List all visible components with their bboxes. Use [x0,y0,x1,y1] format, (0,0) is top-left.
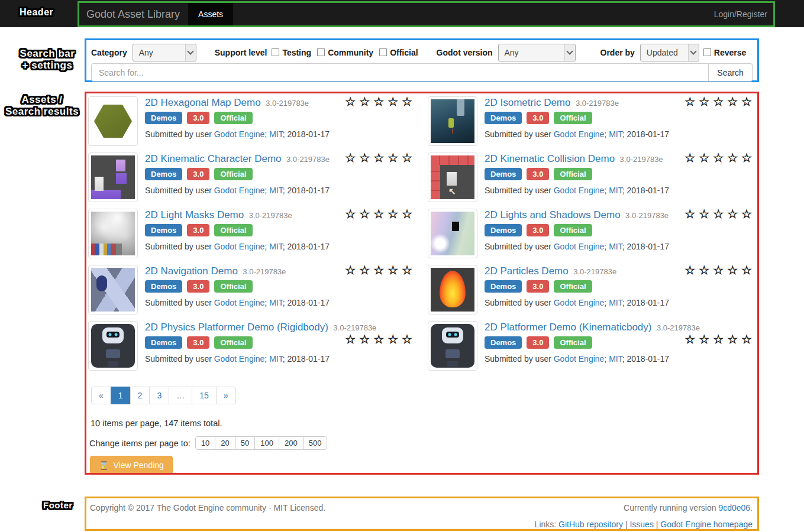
asset-thumbnail[interactable] [428,96,477,146]
asset-thumbnail-art [431,155,474,199]
asset-badges: Demos 3.0 Official [145,112,419,124]
pagination-page-2[interactable]: 2 [130,387,150,404]
annotation-footer-label: Footer [43,500,73,510]
testing-checkbox[interactable] [272,48,279,56]
author-link[interactable]: Godot Engine [214,298,265,307]
asset-thumbnail[interactable] [428,265,477,314]
submitted-line: Submitted by user Godot Engine; MIT; 201… [145,129,419,139]
asset-title-link[interactable]: 2D Lights and Shadows Demo [485,209,621,220]
page-size-10[interactable]: 10 [195,436,215,450]
order-by-select[interactable]: Updated [640,44,699,61]
license-link[interactable]: MIT [269,354,283,364]
submitted-prefix: Submitted by user [485,354,551,364]
github-repository-link[interactable]: GitHub repository [558,520,623,529]
license-link[interactable]: MIT [609,129,622,139]
asset-thumbnail[interactable] [88,321,138,371]
annotation-search-line2: + settings [11,60,84,72]
submitted-prefix: Submitted by user [485,242,551,251]
asset-thumbnail[interactable] [428,153,477,202]
author-link[interactable]: Godot Engine [214,129,265,139]
author-link[interactable]: Godot Engine [214,242,265,251]
license-link[interactable]: MIT [269,298,283,307]
license-link[interactable]: MIT [609,354,622,364]
license-link[interactable]: MIT [609,242,622,251]
license-link[interactable]: MIT [269,129,283,139]
asset-thumbnail[interactable] [88,96,138,146]
community-checkbox-label: Community [328,48,373,57]
pagination-next[interactable]: » [216,387,236,404]
view-pending-button[interactable]: ⌛ View Pending [90,456,173,475]
running-version-text: Currently running version 9cd0e06. [624,503,753,512]
support-badge: Official [214,168,252,180]
annotation-assets-label: Assets / Search results [1,94,83,118]
asset-title-link[interactable]: 2D Isometric Demo [485,97,570,108]
asset-title-link[interactable]: 2D Kinematic Collision Demo [485,153,615,164]
godot-version-select[interactable]: Any [498,44,576,61]
page-size-200[interactable]: 200 [279,436,303,450]
license-link[interactable]: MIT [609,186,622,195]
community-checkbox[interactable] [317,48,325,56]
version-link[interactable]: 9cd0e06 [718,503,750,512]
reverse-checkbox[interactable] [703,48,711,56]
separator: ; [604,242,606,251]
search-button[interactable]: Search [709,63,753,82]
separator: ; [604,129,606,139]
pagination-prev[interactable]: « [91,387,111,404]
category-badge: Demos [485,336,522,349]
pagination: « 1 2 3 … 15 » [91,387,236,404]
login-register-link[interactable]: Login/Register [714,9,767,19]
asset-title-link[interactable]: 2D Physics Platformer Demo (Rigidbody) [145,322,328,333]
asset-card-body: ☆☆☆☆☆ 2D Light Masks Demo 3.0-219783e De… [145,209,419,265]
asset-card: ☆☆☆☆☆ 2D Navigation Demo 3.0-219783e Dem… [88,265,419,321]
asset-thumbnail[interactable] [88,265,138,314]
author-link[interactable]: Godot Engine [554,298,605,307]
submit-date: 2018-01-17 [287,298,330,307]
asset-thumbnail[interactable] [428,321,477,371]
search-input[interactable] [91,63,709,82]
asset-title-link[interactable]: 2D Light Masks Demo [145,209,244,220]
asset-title-link[interactable]: 2D Platformer Demo (Kinematicbody) [485,322,651,333]
pagination-page-1[interactable]: 1 [111,387,131,404]
page-size-50[interactable]: 50 [235,436,255,450]
issues-link[interactable]: Issues [629,520,653,529]
author-link[interactable]: Godot Engine [214,354,265,364]
license-link[interactable]: MIT [609,298,622,307]
search-settings-section: Category Any Support level Testing Commu… [85,38,759,82]
submit-date: 2018-01-17 [627,242,669,251]
separator: ; [283,242,285,251]
submit-date: 2018-01-17 [627,354,669,364]
pagination-page-15[interactable]: 15 [192,387,217,404]
pagination-page-3[interactable]: 3 [149,387,169,404]
license-link[interactable]: MIT [269,186,283,195]
asset-thumbnail[interactable] [428,209,477,258]
license-link[interactable]: MIT [269,242,283,251]
asset-thumbnail[interactable] [88,153,138,202]
support-level-label: Support level [215,48,267,57]
asset-title-link[interactable]: 2D Kinematic Character Demo [145,153,282,164]
asset-thumbnail[interactable] [88,209,138,258]
category-select[interactable]: Any [133,44,196,61]
asset-title-link[interactable]: 2D Navigation Demo [145,265,238,277]
submit-date: 2018-01-17 [627,298,669,307]
page-size-100[interactable]: 100 [254,436,279,450]
version-badge: 3.0 [527,224,549,236]
brand-link[interactable]: Godot Asset Library [86,8,180,21]
asset-card-body: ☆☆☆☆☆ 2D Particles Demo 3.0-219783e Demo… [485,265,759,321]
support-badge: Official [214,280,252,293]
author-link[interactable]: Godot Engine [214,186,265,195]
asset-title-link[interactable]: 2D Hexagonal Map Demo [145,97,261,108]
page-size-500[interactable]: 500 [303,436,328,450]
godot-homepage-link[interactable]: Godot Engine homepage [660,520,753,529]
author-link[interactable]: Godot Engine [554,242,605,251]
asset-title-link[interactable]: 2D Particles Demo [485,265,569,277]
official-checkbox[interactable] [379,48,387,56]
page-size-20[interactable]: 20 [215,436,235,450]
nav-tab-assets[interactable]: Assets [188,3,233,25]
author-link[interactable]: Godot Engine [554,354,605,364]
footer-section: Copyright © 2017 The Godot Engine commun… [85,497,759,531]
rating-stars: ☆☆☆☆☆ [684,151,755,165]
category-badge: Demos [145,112,182,124]
author-link[interactable]: Godot Engine [554,129,605,139]
page: Godot Asset Library Assets Login/Registe… [0,0,804,532]
author-link[interactable]: Godot Engine [554,186,605,195]
